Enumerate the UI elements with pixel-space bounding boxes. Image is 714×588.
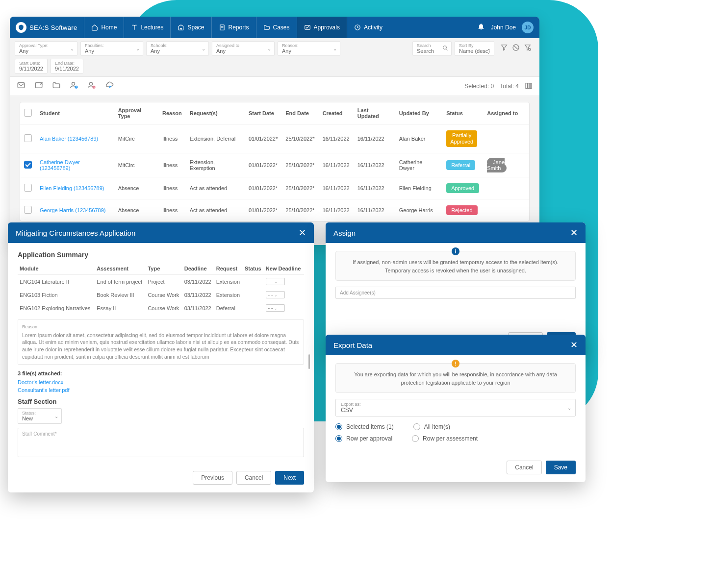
nav-approvals[interactable]: Approvals: [297, 17, 347, 38]
radio-option[interactable]: Row per assessment: [412, 435, 478, 442]
radio-option[interactable]: Selected items (1): [335, 423, 394, 430]
assignee-input[interactable]: Add Assignee(s): [335, 287, 576, 299]
sort-by[interactable]: Sort ByName (desc)⌄: [455, 41, 494, 56]
student-link[interactable]: Alan Baker (123456789): [40, 136, 98, 142]
checkbox-all[interactable]: [24, 109, 32, 117]
col-header[interactable]: Request(s): [186, 102, 245, 124]
mark-unread-icon[interactable]: [34, 81, 43, 92]
close-icon[interactable]: ✕: [299, 228, 306, 237]
row-checkbox[interactable]: [24, 161, 32, 169]
cancel-button[interactable]: Cancel: [236, 471, 271, 485]
scrollbar[interactable]: [308, 354, 310, 369]
export-modal: Export Data ✕ ! You are exporting data f…: [326, 335, 586, 482]
col-header[interactable]: Approval Type: [114, 102, 158, 124]
next-button[interactable]: Next: [275, 471, 304, 485]
row-checkbox[interactable]: [24, 206, 32, 214]
col-header[interactable]: Assigned to: [483, 102, 529, 124]
student-link[interactable]: Catherine Dwyer (123456789): [40, 159, 80, 171]
filter-schools[interactable]: Schools:Any⌄: [146, 41, 209, 56]
col-header[interactable]: Updated By: [395, 102, 442, 124]
filter-faculties[interactable]: Faculties:Any⌄: [80, 41, 143, 56]
folder-icon[interactable]: [52, 81, 61, 92]
nav-space[interactable]: Space: [170, 17, 211, 38]
attachment-link[interactable]: Consultant's letter.pdf: [18, 387, 304, 393]
attachment-link[interactable]: Doctor's letter.docx: [18, 379, 304, 385]
filter-icon[interactable]: [500, 44, 508, 53]
user-name: John Doe: [491, 24, 516, 31]
col-header[interactable]: Created: [319, 102, 354, 124]
columns-icon[interactable]: [525, 82, 533, 91]
radio-option[interactable]: All item(s): [413, 423, 450, 430]
close-icon[interactable]: ✕: [570, 341, 578, 349]
toolbar: Selected: 0 Total: 4: [10, 77, 539, 96]
nav-lectures[interactable]: Lectures: [124, 17, 170, 38]
nav-reports[interactable]: Reports: [211, 17, 256, 38]
staff-comment-textarea[interactable]: Staff Comment*: [18, 428, 304, 457]
svg-line-8: [514, 46, 518, 49]
summary-table: ModuleAssessmentTypeDeadlineRequestStatu…: [18, 263, 304, 315]
mail-icon[interactable]: [17, 81, 26, 92]
nav-activity[interactable]: Activity: [347, 17, 389, 38]
radio-option[interactable]: Row per approval: [335, 435, 392, 442]
filter-approval-type[interactable]: Approval Type:Any⌄: [15, 41, 77, 56]
col-header[interactable]: Status: [442, 102, 483, 124]
table-row[interactable]: Catherine Dwyer (123456789) MitCircIllne…: [20, 153, 529, 177]
col-header[interactable]: End Date: [281, 102, 318, 124]
save-button[interactable]: Save: [546, 461, 576, 474]
cloud-export-icon[interactable]: [105, 81, 114, 92]
total-count: Total: 4: [500, 83, 519, 90]
reason-box: Reason Lorem ipsum dolor sit amet, conse…: [18, 319, 304, 365]
avatar[interactable]: JD: [522, 22, 534, 33]
chevron-down-icon: ⌄: [567, 405, 571, 411]
filter-assigned-to[interactable]: Assigned toAny⌄: [212, 41, 275, 56]
table-row[interactable]: Alan Baker (123456789) MitCircIllnessExt…: [20, 124, 529, 153]
search-icon: [442, 45, 448, 52]
filter-start-date[interactable]: Start Date:9/11/2022: [15, 59, 48, 74]
chevron-down-icon: ⌄: [202, 46, 205, 51]
staff-section-heading: Staff Section: [18, 398, 304, 405]
clear-filter-icon[interactable]: [512, 44, 520, 53]
chevron-down-icon: ⌄: [267, 46, 271, 51]
application-modal: Mitigating Circumstances Application ✕ A…: [8, 222, 314, 492]
svg-rect-22: [528, 83, 530, 88]
folder-icon: [263, 24, 270, 31]
remove-user-icon[interactable]: [87, 81, 96, 92]
new-deadline-select[interactable]: - - ⌄: [266, 291, 285, 298]
col-header[interactable]: Last Updated: [354, 102, 395, 124]
new-deadline-select[interactable]: - - ⌄: [266, 278, 285, 285]
chevron-down-icon: ⌄: [136, 46, 140, 51]
status-select[interactable]: Status: New ⌄: [18, 408, 62, 424]
main-app-window: SEA:S Software HomeLecturesSpaceReportsC…: [10, 17, 539, 245]
col-header[interactable]: Reason: [158, 102, 186, 124]
search-input[interactable]: SearchSearch: [412, 41, 452, 56]
modal-title: Mitigating Circumstances Application: [16, 229, 135, 237]
nav-cases[interactable]: Cases: [256, 17, 297, 38]
assignee-pill: Jane Smith: [487, 158, 507, 172]
bell-icon[interactable]: [477, 23, 485, 32]
nav-home[interactable]: Home: [84, 17, 124, 38]
filter-settings-icon[interactable]: [524, 44, 532, 53]
history-icon: [354, 24, 361, 31]
student-link[interactable]: George Harris (123456789): [40, 207, 106, 213]
new-deadline-select[interactable]: - - ⌄: [266, 304, 285, 312]
filter-reason[interactable]: Reason:Any⌄: [278, 41, 340, 56]
table-row[interactable]: George Harris (123456789) AbsenceIllness…: [20, 199, 529, 221]
row-checkbox[interactable]: [24, 134, 32, 142]
export-format-select[interactable]: Export as: CSV ⌄: [335, 399, 576, 416]
col-header[interactable]: Student: [36, 102, 114, 124]
svg-point-14: [72, 82, 75, 85]
student-link[interactable]: Ellen Fielding (123456789): [40, 185, 104, 191]
brand-logo[interactable]: SEA:S Software: [16, 22, 77, 33]
add-user-icon[interactable]: [70, 81, 78, 92]
filter-end-date[interactable]: End Date:9/11/2022: [51, 59, 83, 74]
row-checkbox[interactable]: [24, 184, 32, 192]
col-header[interactable]: Start Date: [245, 102, 281, 124]
table-row[interactable]: Ellen Fielding (123456789) AbsenceIllnes…: [20, 177, 529, 199]
modal-title: Assign: [333, 229, 356, 237]
close-icon[interactable]: ✕: [570, 228, 578, 237]
reason-text: Lorem ipsum dolor sit amet, consectetur …: [22, 332, 300, 361]
cancel-button[interactable]: Cancel: [507, 461, 541, 474]
chevron-down-icon: ⌄: [333, 46, 337, 51]
chevron-down-icon: ⌄: [487, 46, 491, 51]
previous-button[interactable]: Previous: [193, 471, 232, 485]
